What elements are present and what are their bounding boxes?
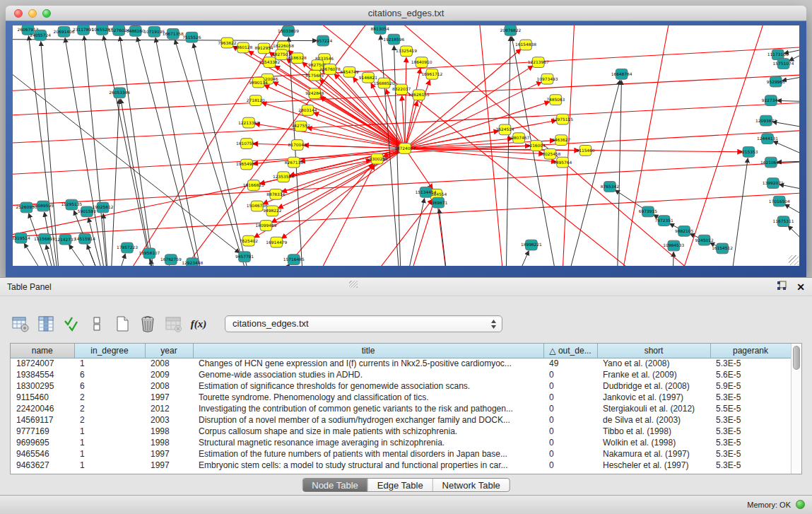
table-cell[interactable]: 0 bbox=[543, 426, 597, 437]
select-all-icon[interactable] bbox=[62, 315, 81, 333]
table-cell[interactable]: 2 bbox=[74, 392, 145, 403]
show-columns-icon[interactable] bbox=[37, 315, 55, 333]
graph-edge[interactable] bbox=[175, 40, 255, 266]
table-row[interactable]: 1830029562008Estimation of significance … bbox=[11, 380, 791, 392]
table-row[interactable]: 1938455462009Genome-wide association stu… bbox=[11, 369, 791, 380]
column-header-short[interactable]: short bbox=[597, 344, 710, 358]
graph-edge[interactable] bbox=[506, 251, 529, 266]
table-cell[interactable]: 0 bbox=[543, 448, 597, 460]
table-cell[interactable]: 0 bbox=[543, 437, 597, 448]
graph-edge[interactable] bbox=[103, 214, 110, 266]
table-row[interactable]: 2242004622012Investigating the contribut… bbox=[11, 403, 791, 414]
table-cell[interactable]: 5.3E-5 bbox=[710, 426, 791, 437]
table-cell[interactable]: Embryonic stem cells: a model to study s… bbox=[193, 460, 543, 471]
table-cell[interactable]: Jankovic et al. (1997) bbox=[597, 392, 710, 403]
graph-edge[interactable] bbox=[155, 38, 207, 266]
table-cell[interactable]: 2012 bbox=[145, 403, 193, 414]
table-cell[interactable]: 5.3E-5 bbox=[710, 460, 791, 471]
table-cell[interactable]: 2008 bbox=[145, 358, 193, 369]
table-cell[interactable]: Tourette syndrome. Phenomenology and cla… bbox=[193, 392, 543, 403]
table-cell[interactable]: 5.3E-5 bbox=[710, 358, 791, 369]
window-titlebar[interactable]: citations_edges.txt bbox=[6, 6, 806, 21]
close-panel-icon[interactable]: ✕ bbox=[796, 282, 805, 292]
table-cell[interactable]: Disruption of a novel member of a sodium… bbox=[193, 414, 543, 426]
table-cell[interactable]: 1998 bbox=[145, 426, 193, 437]
table-cell[interactable]: 9777169 bbox=[11, 426, 74, 437]
table-cell[interactable]: 0 bbox=[543, 414, 597, 426]
table-row[interactable]: 946362711997Embryonic stem cells: a mode… bbox=[11, 460, 791, 471]
graph-edge[interactable] bbox=[439, 209, 450, 266]
table-cell[interactable]: 2009 bbox=[145, 369, 193, 380]
graph-edge[interactable] bbox=[314, 112, 405, 148]
table-cell[interactable]: 6 bbox=[74, 380, 145, 392]
table-cell[interactable]: 5.3E-5 bbox=[710, 414, 791, 426]
table-cell[interactable]: 18724007 bbox=[11, 358, 74, 369]
table-row[interactable]: 969969511998Structural magnetic resonanc… bbox=[11, 437, 791, 448]
network-canvas[interactable]: 1872400718300295796382298601288912954182… bbox=[13, 25, 799, 266]
graph-edge[interactable] bbox=[24, 243, 61, 266]
graph-edge[interactable] bbox=[29, 36, 61, 266]
graph-edge[interactable] bbox=[617, 81, 622, 266]
graph-edge[interactable] bbox=[110, 99, 119, 266]
table-cell[interactable]: 19384554 bbox=[11, 369, 74, 380]
table-cell[interactable]: 1 bbox=[74, 460, 145, 471]
column-header-year[interactable]: year bbox=[145, 344, 193, 358]
graph-edge[interactable] bbox=[672, 252, 673, 266]
graph-edge[interactable] bbox=[405, 57, 406, 148]
network-canvas-svg[interactable]: 1872400718300295796382298601288912954182… bbox=[13, 25, 799, 266]
table-cell[interactable]: 1997 bbox=[145, 448, 193, 460]
tab-network-table[interactable]: Network Table bbox=[433, 479, 510, 491]
table-scrollbar[interactable] bbox=[791, 344, 801, 474]
table-cell[interactable]: Nakamura et al. (1997) bbox=[597, 448, 710, 460]
table-cell[interactable]: Franke et al. (2009) bbox=[597, 369, 710, 380]
table-cell[interactable]: 14569117 bbox=[11, 414, 74, 426]
table-cell[interactable]: 0 bbox=[543, 369, 597, 380]
table-row[interactable]: 946554611997Estimation of the future num… bbox=[11, 448, 791, 460]
table-cell[interactable]: 5.9E-5 bbox=[710, 380, 791, 392]
table-cell[interactable]: 1 bbox=[74, 358, 145, 369]
table-mode-icon[interactable] bbox=[11, 315, 30, 333]
table-cell[interactable]: de Silva et al. (2003) bbox=[597, 414, 710, 426]
graph-edge[interactable] bbox=[617, 25, 673, 266]
table-cell[interactable]: Genome-wide association studies in ADHD. bbox=[193, 369, 543, 380]
table-cell[interactable]: 0 bbox=[543, 403, 597, 414]
tab-node-table[interactable]: Node Table bbox=[302, 479, 367, 491]
table-select-dropdown[interactable]: citations_edges.txt bbox=[225, 315, 502, 332]
delete-column-icon[interactable] bbox=[139, 315, 157, 333]
table-cell[interactable]: 0 bbox=[543, 392, 597, 403]
graph-edge[interactable] bbox=[478, 25, 505, 266]
graph-edge[interactable] bbox=[41, 42, 61, 266]
table-row[interactable]: 1456911722003Disruption of a novel membe… bbox=[11, 414, 791, 426]
table-cell[interactable]: 1997 bbox=[145, 392, 193, 403]
table-cell[interactable]: Structural magnetic resonance image aver… bbox=[193, 437, 543, 448]
function-builder-icon[interactable]: f(x) bbox=[189, 315, 208, 333]
graph-edge[interactable] bbox=[789, 46, 799, 61]
table-cell[interactable]: 2008 bbox=[145, 380, 193, 392]
table-cell[interactable]: 2 bbox=[74, 403, 145, 414]
graph-edge[interactable] bbox=[137, 37, 207, 266]
graph-edge[interactable] bbox=[353, 199, 433, 266]
panel-resize-grip[interactable] bbox=[349, 281, 358, 288]
graph-edge[interactable] bbox=[256, 264, 290, 266]
graph-edge[interactable] bbox=[320, 97, 405, 148]
canvas-resize-grip[interactable] bbox=[789, 255, 799, 265]
create-column-icon[interactable] bbox=[113, 315, 131, 333]
table-scrollbar-thumb[interactable] bbox=[793, 346, 800, 370]
column-header-title[interactable]: title bbox=[193, 344, 543, 358]
table-cell[interactable]: Changes of HCN gene expression and I(f) … bbox=[193, 358, 543, 369]
table-cell[interactable]: Dudbridge et al. (2008) bbox=[597, 380, 710, 392]
tab-edge-table[interactable]: Edge Table bbox=[367, 479, 433, 491]
table-cell[interactable]: 49 bbox=[543, 358, 597, 369]
table-cell[interactable]: 5.6E-5 bbox=[710, 369, 791, 380]
table-cell[interactable]: 5.5E-5 bbox=[710, 403, 791, 414]
graph-edge[interactable] bbox=[69, 245, 110, 266]
table-cell[interactable]: Yano et al. (2008) bbox=[597, 358, 710, 369]
graph-edge[interactable] bbox=[788, 226, 799, 255]
table-cell[interactable]: 9699695 bbox=[11, 437, 74, 448]
graph-edge[interactable] bbox=[779, 185, 799, 192]
graph-edge[interactable] bbox=[121, 99, 158, 266]
graph-edge[interactable] bbox=[13, 40, 317, 41]
graph-edge[interactable] bbox=[773, 141, 799, 161]
table-row[interactable]: 911546021997Tourette syndrome. Phenomeno… bbox=[11, 392, 791, 403]
table-cell[interactable]: Stergiakouli et al. (2012) bbox=[597, 403, 710, 414]
